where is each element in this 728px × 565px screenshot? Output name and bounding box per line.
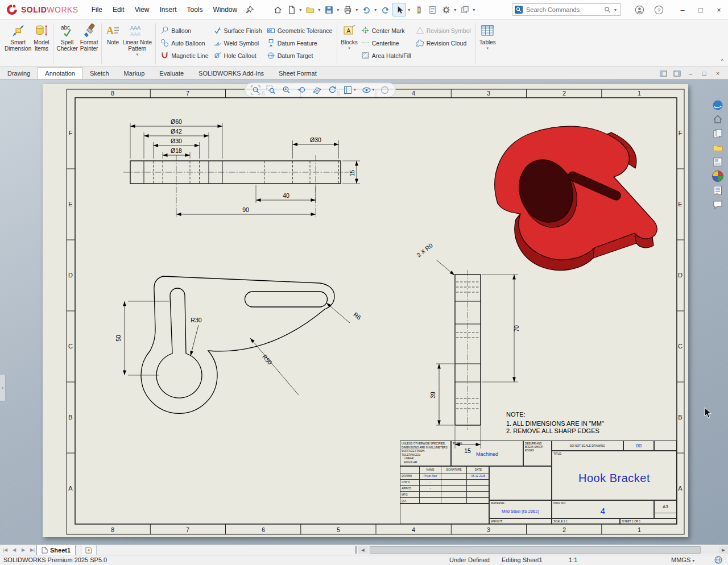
tab-sketch[interactable]: Sketch [82,67,117,79]
smart-dimension-button[interactable]: SmartDimension [3,22,32,66]
web-help-toggle[interactable] [714,556,722,565]
custom-properties-tab[interactable] [712,184,724,196]
add-sheet-tab[interactable] [81,545,97,555]
open-button[interactable] [304,3,316,16]
format-painter-button[interactable]: FormatPainter [79,22,100,66]
search-caret[interactable]: ▾ [613,7,618,13]
menu-window[interactable]: Window [208,0,243,20]
select-tool-button[interactable] [392,3,406,16]
minimize-button[interactable]: – [673,0,692,19]
title-block[interactable]: UNLESS OTHERWISE SPECIFIED: DIMENSIONS A… [400,441,677,524]
datum-feature-button[interactable]: Datum Feature [267,38,333,48]
print-button[interactable] [341,3,354,16]
new-document-caret[interactable]: ▾ [298,7,303,13]
pin-menu-button[interactable] [243,3,255,16]
home-button[interactable] [271,3,284,16]
tables-group-caret[interactable]: ▾ [487,46,489,50]
hole-callout-button[interactable]: ØHole Callout [213,51,262,60]
file-explorer-tab[interactable] [712,142,724,153]
open-caret[interactable]: ▾ [317,7,321,13]
units-selector[interactable]: MMGS ▾ [671,556,694,563]
view-orientation-button[interactable]: ▾ [343,85,356,95]
zoom-in-out-button[interactable] [282,85,291,95]
options-button[interactable] [440,3,452,16]
solidworks-resources-tab[interactable] [712,99,724,111]
dock-pane-left-button[interactable] [656,68,670,79]
undo-caret[interactable]: ▾ [373,7,378,13]
drawing-sheet[interactable]: 87654321 87654321 FEDCBA FEDCBA Ø60 [43,84,688,537]
search-commands-box[interactable]: ▾ [512,3,621,16]
view-top-section[interactable]: Ø60 Ø42 Ø30 Ø18 Ø30 15 [123,118,360,217]
comments-tab[interactable] [712,198,724,210]
blocks-button[interactable]: A Blocks ▾ [340,22,358,66]
reports-button[interactable] [426,3,439,16]
view-front-profile[interactable]: 50 R30 R50 R6 [115,276,363,413]
undo-button[interactable] [360,3,373,16]
redo-button[interactable] [379,3,391,16]
selection-filter-button[interactable] [412,3,425,16]
maximize-button[interactable]: □ [692,0,710,19]
splitter-handle[interactable] [355,546,357,554]
print-caret[interactable]: ▾ [354,7,359,13]
document-close-button[interactable]: × [711,68,725,79]
menu-edit[interactable]: Edit [107,0,130,20]
save-caret[interactable]: ▾ [336,7,340,13]
design-library-tab[interactable] [712,127,724,139]
close-button[interactable]: × [710,0,728,19]
select-caret[interactable]: ▾ [407,7,411,13]
zoom-fit-button[interactable] [251,85,260,95]
home-tab[interactable] [712,113,724,125]
tab-drawing[interactable]: Drawing [0,67,38,79]
view-side[interactable]: 70 39 15 2 X R0 [415,242,520,454]
feature-manager-collapsed-tab[interactable]: ‹ [0,374,6,401]
search-input[interactable] [525,6,602,14]
graphics-area[interactable]: 87654321 87654321 FEDCBA FEDCBA Ø60 [0,80,728,545]
view-palette-tab[interactable] [712,156,724,168]
tab-solidworks-add-ins[interactable]: SOLIDWORKS Add-Ins [191,67,271,79]
next-sheet-button[interactable]: ▶ [19,546,27,554]
zoom-area-button[interactable] [266,85,276,95]
horizontal-scrollbar[interactable]: ◀ ▶ [358,546,728,554]
search-icon[interactable] [604,6,611,13]
tables-button[interactable]: Tables ▾ [478,22,497,66]
ribbon-collapse-button[interactable]: ^ [721,58,723,64]
hide-show-items-button[interactable] [380,85,390,95]
geometric-tolerance-button[interactable]: Geometric Tolerance [267,26,333,35]
sheet-scale-label[interactable]: 1:1 [569,556,577,563]
tab-markup[interactable]: Markup [117,67,152,79]
spell-checker-button[interactable]: abc SpellChecker [56,22,79,66]
revision-cloud-button[interactable]: Revision Cloud [416,38,471,48]
balloon-button[interactable]: Balloon [160,26,208,35]
model-items-button[interactable]: ModelItems [32,22,50,66]
menu-view[interactable]: View [130,0,155,20]
account-button[interactable] [633,3,646,16]
document-restore-button[interactable]: □ [697,68,711,79]
rotate-view-button[interactable] [328,85,337,95]
previous-view-button[interactable] [297,85,307,95]
area-hatch-fill-button[interactable]: Area Hatch/Fill [361,51,411,60]
new-document-button[interactable] [285,3,297,16]
tab-sheet-format[interactable]: Sheet Format [271,67,324,79]
scroll-right-button[interactable]: ▶ [719,546,728,554]
options-caret[interactable]: ▾ [453,7,457,13]
section-view-button[interactable] [312,85,322,95]
view-isometric-3d[interactable] [495,126,657,270]
help-button[interactable]: ? [652,3,665,16]
tab-evaluate[interactable]: Evaluate [152,67,191,79]
last-sheet-button[interactable]: ▶| [28,546,36,554]
display-style-button[interactable]: ▾ [362,85,375,95]
menu-insert[interactable]: Insert [155,0,182,20]
magnetic-line-button[interactable]: Magnetic Line [160,51,208,60]
previous-sheet-button[interactable]: ◀ [10,546,18,554]
window-stack-caret[interactable]: ▾ [471,7,476,13]
note-button[interactable]: A Note [104,22,121,66]
scrollbar-thumb[interactable] [370,546,701,554]
center-mark-button[interactable]: Center Mark [361,26,411,35]
menu-tools[interactable]: Tools [182,0,208,20]
save-button[interactable] [322,3,335,16]
linear-note-pattern-button[interactable]: AAAAAA Linear NotePattern ▾ [121,22,153,66]
window-stack-button[interactable] [458,3,471,16]
weld-symbol-button[interactable]: Weld Symbol [213,38,262,48]
tab-annotation[interactable]: Annotation [38,67,82,79]
surface-finish-button[interactable]: Surface Finish [213,26,262,35]
